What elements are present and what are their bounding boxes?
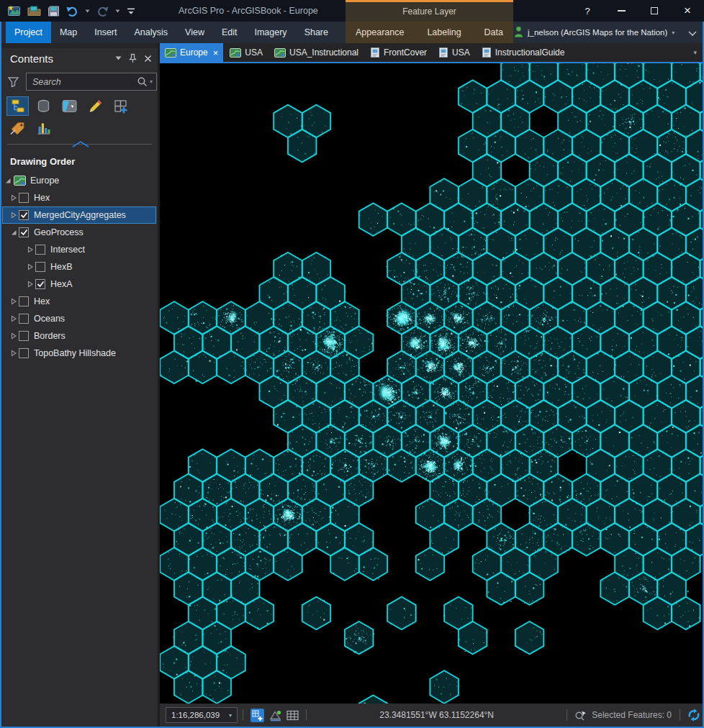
layer-row-geoprocess[interactable]: GeoProcess xyxy=(2,224,156,241)
pane-splitter[interactable] xyxy=(1,140,158,149)
scale-selector[interactable]: 1:16,286,039 ▾ xyxy=(166,707,238,723)
layer-row-borders[interactable]: Borders xyxy=(2,327,156,345)
ribbon-tab-map[interactable]: Map xyxy=(51,22,86,43)
list-by-drawing-order-button[interactable] xyxy=(6,96,29,116)
layer-row-oceans[interactable]: Oceans xyxy=(2,310,156,327)
new-project-icon[interactable] xyxy=(7,5,21,17)
layer-row-europe[interactable]: Europe xyxy=(2,172,156,189)
expand-arrow-icon[interactable] xyxy=(26,246,34,253)
layer-checkbox[interactable] xyxy=(35,245,45,255)
expand-arrow-icon[interactable] xyxy=(9,350,17,357)
view-tab-europe[interactable]: Europe× xyxy=(160,43,223,62)
list-by-charts-icon xyxy=(36,121,51,135)
map-icon xyxy=(230,48,241,58)
layer-row-hex[interactable]: Hex xyxy=(2,189,156,206)
layer-checkbox[interactable] xyxy=(19,331,29,341)
ribbon-tab-insert[interactable]: Insert xyxy=(86,22,125,43)
layer-checkbox[interactable] xyxy=(19,210,29,220)
ribbon-tab-imagery[interactable]: Imagery xyxy=(245,22,295,43)
pane-pin-icon[interactable] xyxy=(129,53,137,63)
ribbon-collapse-icon[interactable] xyxy=(688,29,697,39)
expand-arrow-icon[interactable] xyxy=(26,263,34,270)
layer-checkbox[interactable] xyxy=(19,227,29,237)
layer-row-intersect[interactable]: Intersect xyxy=(2,241,156,258)
layer-row-mergedcityaggregates[interactable]: MergedCityAggregates xyxy=(2,206,156,224)
expand-arrow-icon[interactable] xyxy=(26,281,34,288)
select-features-icon[interactable] xyxy=(574,710,587,721)
redo-icon[interactable] xyxy=(96,6,109,17)
snapping-icon[interactable] xyxy=(251,709,264,722)
statusbar-separator xyxy=(567,709,567,721)
collapse-arrow-icon[interactable] xyxy=(9,229,17,236)
pane-close-icon[interactable] xyxy=(144,55,152,63)
layer-row-topobathy-hillshade[interactable]: TopoBathy Hillshade xyxy=(2,345,156,362)
open-project-icon[interactable] xyxy=(27,6,41,17)
layer-checkbox[interactable] xyxy=(19,314,29,324)
maximize-button[interactable] xyxy=(644,0,665,22)
layer-row-hex[interactable]: Hex xyxy=(2,293,156,310)
view-tab-usa-instructional[interactable]: USA_Instructional xyxy=(269,43,364,62)
filter-icon[interactable] xyxy=(7,76,19,90)
view-tab-instructionalguide[interactable]: InstructionalGuide xyxy=(477,43,570,62)
layer-row-hexa[interactable]: HexA xyxy=(2,276,156,293)
expand-arrow-icon[interactable] xyxy=(9,315,17,322)
account-caret-icon: ▾ xyxy=(672,29,674,36)
minimize-button[interactable] xyxy=(610,0,632,22)
layer-checkbox[interactable] xyxy=(19,296,29,306)
close-button[interactable]: × xyxy=(677,0,698,22)
ribbon-tab-labeling[interactable]: Labeling xyxy=(424,22,464,43)
expand-arrow-icon[interactable] xyxy=(9,194,17,201)
search-caret-icon[interactable]: ▾ xyxy=(150,78,153,85)
ground-to-grid-icon[interactable] xyxy=(268,709,282,722)
statusbar-separator xyxy=(243,709,243,721)
search-input[interactable] xyxy=(27,77,134,87)
view-tab-frontcover[interactable]: FrontCover xyxy=(365,43,432,62)
undo-icon[interactable] xyxy=(66,6,78,17)
view-tab-usa[interactable]: USA xyxy=(433,43,475,62)
statusbar-separator xyxy=(306,709,307,721)
expand-arrow-icon[interactable] xyxy=(9,211,17,219)
ribbon-tab-share[interactable]: Share xyxy=(296,22,337,43)
map-canvas[interactable] xyxy=(160,63,703,704)
list-by-labeling-button[interactable] xyxy=(6,118,29,137)
customize-toolbar-icon[interactable] xyxy=(127,7,135,15)
save-project-icon[interactable] xyxy=(48,6,60,17)
statusbar-separator xyxy=(680,709,680,721)
help-button[interactable]: ? xyxy=(577,0,598,22)
ribbon-tabs: ProjectMapInsertAnalysisViewEditImageryS… xyxy=(6,22,337,43)
search-box: ▾ xyxy=(26,73,157,91)
ribbon-tab-edit[interactable]: Edit xyxy=(213,22,246,43)
list-by-data-source-button[interactable] xyxy=(32,96,55,116)
person-icon xyxy=(514,26,523,40)
caret-icon[interactable] xyxy=(85,9,90,13)
ribbon-tab-data[interactable]: Data xyxy=(482,22,506,43)
layer-checkbox[interactable] xyxy=(19,193,29,203)
ribbon-tab-view[interactable]: View xyxy=(176,22,213,43)
ribbon-tab-project[interactable]: Project xyxy=(6,22,51,43)
refresh-icon[interactable] xyxy=(687,709,700,722)
list-by-editing-button[interactable] xyxy=(84,96,107,116)
search-icon[interactable] xyxy=(137,76,148,87)
pane-dropdown-icon[interactable] xyxy=(115,56,122,60)
attribute-table-icon[interactable] xyxy=(286,710,299,721)
layer-row-hexb[interactable]: HexB xyxy=(2,258,156,276)
view-tab-usa[interactable]: USA xyxy=(225,43,268,62)
close-tab-icon[interactable]: × xyxy=(213,47,219,58)
ribbon-tab-appearance[interactable]: Appearance xyxy=(353,22,407,43)
caret-icon[interactable] xyxy=(115,9,120,13)
view-tab-overflow-icon[interactable]: ▾ xyxy=(693,49,697,56)
list-by-charts-button[interactable] xyxy=(32,118,55,137)
ribbon-tab-analysis[interactable]: Analysis xyxy=(126,22,177,43)
expand-arrow-icon[interactable] xyxy=(9,332,17,340)
account-menu[interactable]: j_nelson (ArcGIS Maps for the Nation) ▾ xyxy=(514,22,674,43)
layer-checkbox[interactable] xyxy=(35,262,45,272)
selected-features-label: Selected Features: 0 xyxy=(592,710,672,720)
layer-label: Hex xyxy=(34,296,50,306)
layer-checkbox[interactable] xyxy=(19,348,29,358)
expand-arrow-icon[interactable] xyxy=(9,298,17,305)
collapse-arrow-icon[interactable] xyxy=(4,177,12,184)
layer-checkbox[interactable] xyxy=(35,279,45,289)
view-tab-label: FrontCover xyxy=(384,47,427,58)
new-map-group-button[interactable] xyxy=(110,96,132,116)
list-by-selection-button[interactable] xyxy=(58,96,81,116)
